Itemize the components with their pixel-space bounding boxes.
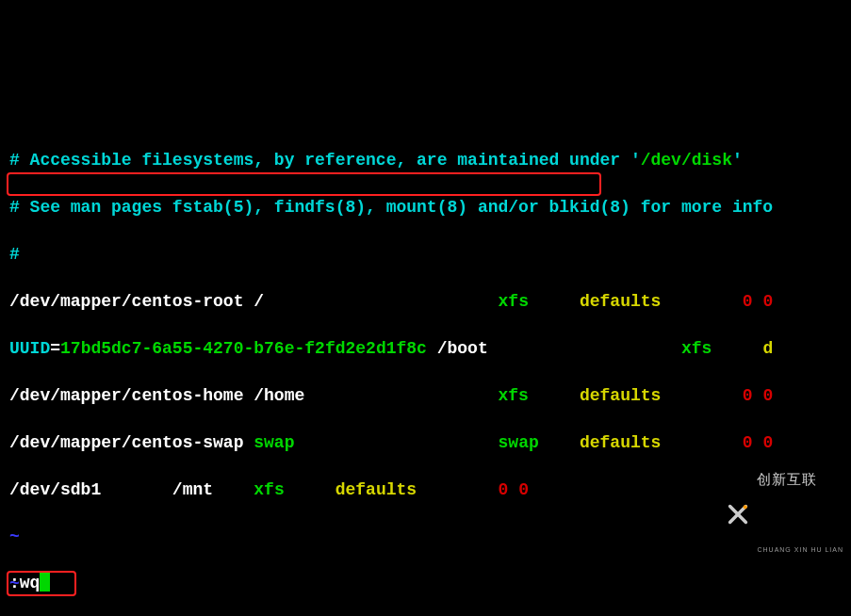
mount-options: d	[762, 339, 773, 358]
device-path: /dev/mapper/centos-swap	[9, 433, 243, 452]
fs-type: swap	[499, 433, 539, 452]
fs-type: xfs	[499, 292, 529, 311]
comment-text: # Accessible filesystems, by reference, …	[9, 151, 641, 170]
dump-pass: 0 0	[743, 386, 773, 405]
mount-options: defaults	[335, 480, 417, 499]
terminal-editor[interactable]: # Accessible filesystems, by reference, …	[9, 102, 843, 616]
fs-type: xfs	[499, 386, 529, 405]
comment-line: # Accessible filesystems, by reference, …	[9, 149, 843, 172]
mount-point: /	[254, 292, 264, 311]
cursor-icon	[40, 573, 50, 592]
device-path: /dev/sdb1	[9, 480, 101, 499]
dump-pass: 0 0	[499, 480, 529, 499]
mount-options: defaults	[580, 292, 661, 311]
mount-options: defaults	[580, 386, 661, 405]
mount-point: /home	[254, 386, 304, 405]
fstab-row: UUID=17bd5dc7-6a55-4270-b76e-f2fd2e2d1f8…	[9, 337, 843, 361]
fstab-row: /dev/mapper/centos-home /home xfs defaul…	[9, 384, 843, 408]
uuid-value: 17bd5dc7-6a55-4270-b76e-f2fd2e2d1f8c	[60, 339, 427, 358]
fs-type: xfs	[681, 339, 712, 358]
mount-point: /mnt	[172, 480, 213, 499]
fstab-row: /dev/mapper/centos-root / xfs defaults 0…	[9, 290, 843, 314]
mount-options: defaults	[580, 433, 661, 452]
dump-pass: 0 0	[743, 433, 773, 452]
device-path: /dev/mapper/centos-root	[9, 292, 243, 311]
comment-line: #	[9, 243, 843, 267]
comment-text: '	[732, 151, 743, 170]
comment-path: /dev/disk	[641, 151, 732, 170]
device-path: /dev/mapper/centos-home	[9, 386, 243, 405]
mount-point: /boot	[437, 339, 488, 358]
fstab-row: /dev/sdb1 /mnt xfs defaults 0 0	[9, 478, 843, 502]
vim-command-line[interactable]: :wq	[9, 572, 50, 595]
comment-line: # See man pages fstab(5), findfs(8), mou…	[9, 196, 843, 219]
vim-tilde: ~	[9, 573, 843, 596]
command-text: :wq	[9, 574, 40, 592]
vim-tilde: ~	[9, 526, 843, 549]
mount-point: swap	[254, 433, 294, 452]
uuid-key: UUID	[9, 339, 50, 358]
fstab-row: /dev/mapper/centos-swap swap swap defaul…	[9, 431, 843, 455]
fs-type: xfs	[254, 480, 284, 499]
dump-pass: 0 0	[743, 292, 773, 311]
